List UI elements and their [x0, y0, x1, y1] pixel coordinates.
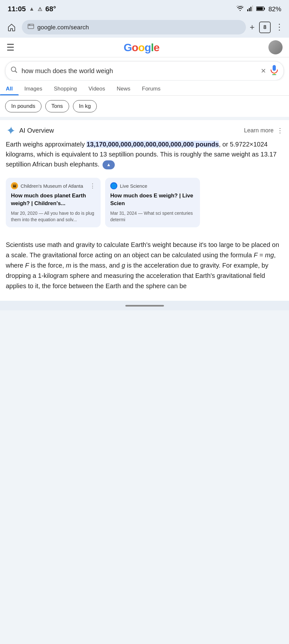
search-mic-button[interactable]	[270, 65, 278, 77]
add-tab-button[interactable]: +	[250, 22, 255, 32]
signal-icon	[247, 5, 253, 13]
logo-e: e	[154, 41, 159, 54]
formula-mg: mg	[265, 251, 274, 259]
source-cards: 🏛 Children's Museum of Atlanta ⋮ How muc…	[0, 175, 289, 233]
svg-rect-5	[264, 8, 265, 10]
learn-more-link[interactable]: Learn more	[244, 127, 274, 134]
filter-pills: In pounds Tons In kg	[0, 96, 289, 117]
ai-overview-right: Learn more ⋮	[244, 127, 283, 134]
tab-icon	[28, 23, 34, 31]
battery-percent: 82%	[268, 5, 281, 13]
source-1-favicon: 🏛	[11, 182, 18, 189]
source-1-info: 🏛 Children's Museum of Atlanta	[11, 182, 83, 189]
source-1-menu[interactable]: ⋮	[90, 182, 95, 189]
ai-overview-section: AI Overview Learn more ⋮ Earth weighs ap…	[0, 120, 289, 233]
formula-m: m	[66, 262, 71, 269]
bottom-handle	[125, 305, 164, 307]
browser-menu-button[interactable]: ⋮	[275, 22, 284, 32]
svg-rect-2	[250, 7, 251, 11]
source-2-favicon: 🌐	[110, 182, 117, 189]
svg-rect-8	[29, 25, 30, 25]
source-2-title: How much does E weigh? | Live Scien	[110, 192, 195, 207]
svg-rect-1	[249, 8, 250, 11]
status-bar: 11:05 ▲ ⚠ 68°	[0, 0, 289, 17]
hamburger-button[interactable]: ☰	[6, 42, 14, 53]
source-1-name: Children's Museum of Atlanta	[21, 183, 83, 189]
ai-content: Earth weighs approximately 13,170,000,00…	[0, 139, 289, 175]
ai-star-icon	[6, 125, 16, 136]
svg-rect-10	[273, 65, 276, 71]
source-card-1[interactable]: 🏛 Children's Museum of Atlanta ⋮ How muc…	[6, 178, 101, 227]
search-icon	[11, 66, 18, 75]
search-clear-button[interactable]: ✕	[261, 67, 266, 75]
user-avatar[interactable]	[268, 40, 283, 54]
status-right: 82%	[236, 5, 281, 13]
logo-o2: o	[138, 41, 145, 54]
ai-overview-left: AI Overview	[6, 125, 54, 136]
tab-forums[interactable]: Forums	[136, 82, 167, 95]
url-text: google.com/search	[37, 24, 240, 31]
time-display: 11:05	[8, 5, 26, 13]
ai-overview-header: AI Overview Learn more ⋮	[0, 120, 289, 139]
tab-shopping[interactable]: Shopping	[48, 82, 83, 95]
logo-l: l	[151, 41, 153, 54]
search-box[interactable]: how much does the world weigh ✕	[5, 61, 284, 80]
filter-in-kg[interactable]: In kg	[73, 100, 97, 112]
formula-f: F	[25, 262, 29, 269]
collapse-button[interactable]: ▲	[103, 160, 115, 169]
browser-bar: google.com/search + 8 ⋮	[0, 17, 289, 38]
ai-overview-title: AI Overview	[19, 127, 54, 134]
source-1-desc: Mar 20, 2020 — All you have to do is plu…	[11, 210, 95, 223]
source-2-info: 🌐 Live Science	[110, 182, 147, 189]
google-header: ☰ G o o g l e	[0, 38, 289, 57]
tab-news[interactable]: News	[111, 82, 136, 95]
svg-rect-7	[28, 24, 34, 29]
logo-g: G	[123, 41, 131, 54]
source-2-desc: Mar 31, 2024 — What sci spent centuries …	[110, 210, 195, 223]
tab-videos[interactable]: Videos	[83, 82, 111, 95]
svg-rect-0	[247, 9, 248, 11]
ai-menu-button[interactable]: ⋮	[277, 127, 283, 134]
tab-count-badge[interactable]: 8	[259, 22, 271, 33]
ai-highlighted-number: 13,170,000,000,000,000,000,000,000 pound…	[86, 141, 219, 148]
notification-icon: ▲	[29, 6, 34, 12]
source-1-title: How much does planet Earth weigh? | Chil…	[11, 192, 95, 207]
temperature-display: 68°	[45, 5, 56, 13]
search-query: how much does the world weigh	[22, 67, 257, 75]
tab-images[interactable]: Images	[19, 82, 48, 95]
filter-tons[interactable]: Tons	[45, 100, 69, 112]
wifi-icon	[236, 5, 244, 13]
formula-g: g	[122, 262, 125, 269]
status-left: 11:05 ▲ ⚠ 68°	[8, 5, 56, 13]
logo-g2: g	[144, 41, 151, 54]
source-card-1-header: 🏛 Children's Museum of Atlanta ⋮	[11, 182, 95, 189]
warning-icon: ⚠	[38, 6, 42, 12]
source-card-2[interactable]: 🌐 Live Science How much does E weigh? | …	[105, 178, 200, 227]
ai-text-before: Earth weighs approximately	[6, 141, 86, 148]
url-bar[interactable]: google.com/search	[22, 20, 246, 34]
bottom-bar	[0, 301, 289, 310]
logo-o1: o	[132, 41, 138, 54]
filter-in-pounds[interactable]: In pounds	[5, 100, 41, 112]
google-logo: G o o g l e	[123, 41, 159, 54]
long-text-paragraph: Scientists use math and gravity to calcu…	[6, 240, 283, 291]
source-card-2-header: 🌐 Live Science	[110, 182, 195, 189]
source-2-name: Live Science	[120, 183, 147, 189]
svg-rect-6	[257, 7, 263, 10]
search-tabs: All Images Shopping Videos News Forums	[0, 80, 289, 96]
home-button[interactable]	[5, 21, 18, 34]
tab-all[interactable]: All	[0, 82, 19, 95]
battery-icon	[256, 5, 265, 13]
svg-rect-3	[252, 5, 253, 11]
search-box-wrap: how much does the world weigh ✕	[0, 57, 289, 80]
formula-text: F	[254, 251, 257, 259]
long-text-section: Scientists use math and gravity to calcu…	[0, 233, 289, 301]
browser-actions: + 8 ⋮	[250, 22, 284, 33]
